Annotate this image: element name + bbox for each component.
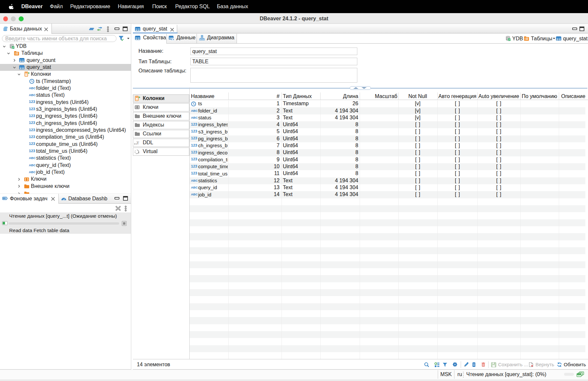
svg-text:T: T: [136, 140, 139, 145]
